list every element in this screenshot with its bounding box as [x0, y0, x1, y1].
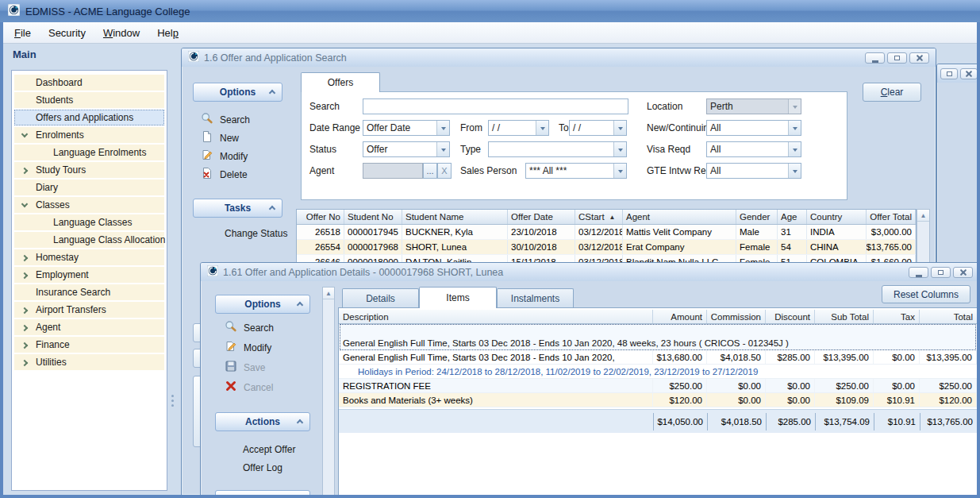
- type-combo[interactable]: [488, 141, 627, 157]
- tree-expand-icon[interactable]: [21, 131, 28, 137]
- option-search[interactable]: Search: [225, 320, 274, 335]
- action-accept-offer[interactable]: Accept Offer: [243, 444, 295, 455]
- tree-expand-icon[interactable]: [22, 81, 27, 86]
- dropdown-arrow-icon[interactable]: [613, 121, 626, 135]
- column-header-gender[interactable]: Gender: [736, 210, 778, 224]
- sidebar-item[interactable]: Offers and Applications: [14, 110, 164, 125]
- column-header-agent[interactable]: Agent: [623, 210, 736, 224]
- dropdown-arrow-icon[interactable]: [788, 164, 801, 178]
- sidebar-item[interactable]: Classes: [14, 197, 164, 213]
- scroll-up-icon[interactable]: ▲: [917, 210, 929, 222]
- column-header-offer-date[interactable]: Offer Date: [508, 210, 575, 224]
- tree-expand-icon[interactable]: [21, 342, 28, 349]
- option-search[interactable]: Search: [201, 112, 250, 127]
- sidebar-item[interactable]: Dashboard: [14, 75, 164, 91]
- dropdown-arrow-icon[interactable]: [788, 142, 801, 156]
- menu-item[interactable]: Window: [103, 27, 140, 39]
- minimize-button[interactable]: [865, 52, 885, 64]
- menu-item[interactable]: Security: [48, 27, 86, 39]
- sidebar-item[interactable]: Study Tours: [14, 162, 164, 178]
- tab-details[interactable]: Details: [342, 288, 419, 307]
- sidebar-item[interactable]: Diary: [14, 180, 164, 195]
- column-header-discount[interactable]: Discount: [766, 310, 815, 323]
- gte-intvw-reqd-combo[interactable]: All: [706, 163, 801, 179]
- tree-expand-icon[interactable]: [22, 291, 27, 295]
- tree-expand-icon[interactable]: [22, 151, 27, 156]
- action-offer-log[interactable]: Offer Log: [243, 462, 282, 473]
- minimize-button[interactable]: [909, 267, 928, 278]
- close-button[interactable]: [909, 52, 929, 64]
- dropdown-arrow-icon[interactable]: [788, 99, 801, 114]
- column-header-cstart[interactable]: CStart▲: [575, 210, 623, 224]
- tree-expand-icon[interactable]: [21, 360, 28, 366]
- column-header-commission[interactable]: Commission: [707, 310, 766, 323]
- column-header-offer-total[interactable]: Offer Total: [867, 210, 916, 224]
- sidebar-item[interactable]: Airport Transfers: [14, 302, 164, 318]
- restore-button[interactable]: [887, 52, 907, 64]
- agent-browse-button[interactable]: ...: [423, 163, 437, 179]
- sidebar-item[interactable]: Language Enrolments: [14, 145, 164, 160]
- option-cancel[interactable]: Cancel: [225, 380, 273, 395]
- dropdown-arrow-icon[interactable]: [788, 121, 801, 135]
- sidebar-item[interactable]: Employment: [14, 267, 164, 283]
- tree-expand-icon[interactable]: [22, 221, 27, 226]
- new-continuing-combo[interactable]: All: [706, 120, 801, 136]
- visa-reqd-combo[interactable]: All: [706, 141, 801, 157]
- selected-group-region[interactable]: General English Full Time, Starts 03 Dec…: [340, 324, 976, 350]
- agent-input[interactable]: [363, 163, 423, 179]
- column-header-tax[interactable]: Tax: [874, 310, 920, 323]
- tab-items[interactable]: Items: [419, 287, 497, 308]
- task-change-status[interactable]: Change Status: [225, 228, 287, 239]
- details-scrollbar[interactable]: ▲: [322, 287, 335, 498]
- options-panel-header[interactable]: Options: [193, 83, 282, 102]
- sidebar-item[interactable]: Agent: [14, 319, 164, 335]
- column-header-total[interactable]: Total: [920, 310, 977, 323]
- result-row[interactable]: 26518 0000017945 BUCKNER, Kyla 23/10/201…: [297, 225, 916, 240]
- options-panel-header[interactable]: Options: [215, 295, 310, 314]
- date-range-combo[interactable]: Offer Date: [363, 120, 450, 136]
- dropdown-arrow-icon[interactable]: [436, 142, 449, 156]
- tab-instalments[interactable]: Instalments: [497, 288, 574, 307]
- tab-offers[interactable]: Offers: [301, 72, 380, 92]
- tree-expand-icon[interactable]: [21, 255, 28, 261]
- result-row[interactable]: 26554 0000017968 SHORT, Lunea 30/10/2018…: [297, 240, 916, 255]
- tree-expand-icon[interactable]: [22, 238, 27, 243]
- agent-clear-button[interactable]: X: [437, 163, 452, 179]
- restore-button[interactable]: [940, 68, 958, 79]
- to-date-combo[interactable]: / /: [569, 120, 627, 136]
- tree-expand-icon[interactable]: [22, 116, 27, 121]
- registration-fee-row[interactable]: REGISTRATION FEE $250.00 $0.00 $0.00 $25…: [339, 379, 977, 393]
- close-button[interactable]: [960, 68, 978, 79]
- tree-expand-icon[interactable]: [21, 325, 28, 331]
- column-header-age[interactable]: Age: [778, 210, 807, 224]
- clear-button[interactable]: Clear: [863, 83, 921, 102]
- tree-expand-icon[interactable]: [21, 201, 28, 207]
- option-save[interactable]: Save: [225, 360, 265, 375]
- tasks-panel-header[interactable]: Tasks: [193, 199, 282, 218]
- sidebar-item[interactable]: Students: [14, 92, 164, 108]
- tree-expand-icon[interactable]: [21, 272, 28, 279]
- books-materials-row[interactable]: Books and Materials (3+ weeks) $120.00 $…: [339, 393, 977, 407]
- column-header-offer-no[interactable]: Offer No: [297, 210, 344, 224]
- option-modify[interactable]: Modify: [225, 340, 271, 355]
- option-modify[interactable]: Modify: [201, 149, 248, 164]
- tree-expand-icon[interactable]: [21, 168, 28, 174]
- sidebar-splitter-handle[interactable]: [171, 395, 174, 397]
- sidebar-item[interactable]: Finance: [14, 337, 164, 353]
- scroll-up-icon[interactable]: ▲: [323, 288, 334, 299]
- dropdown-arrow-icon[interactable]: [613, 142, 626, 156]
- course-item-row[interactable]: General English Full Time, Starts 03 Dec…: [339, 350, 977, 365]
- actions-panel-header[interactable]: Actions: [215, 412, 310, 431]
- dropdown-arrow-icon[interactable]: [613, 164, 626, 178]
- results-scrollbar[interactable]: ▲: [917, 209, 930, 264]
- search-input[interactable]: [363, 98, 628, 114]
- sidebar-item[interactable]: Utilities: [14, 354, 164, 370]
- sidebar-item[interactable]: Enrolments: [14, 127, 164, 143]
- column-header-country[interactable]: Country: [807, 210, 867, 224]
- sidebar-item[interactable]: Language Classes: [14, 214, 164, 230]
- sidebar-item[interactable]: Homestay: [14, 249, 164, 265]
- tree-expand-icon[interactable]: [22, 186, 27, 191]
- option-new[interactable]: New: [201, 130, 239, 145]
- column-header-student-name[interactable]: Student Name: [402, 210, 508, 224]
- column-header-student-no[interactable]: Student No: [344, 210, 402, 224]
